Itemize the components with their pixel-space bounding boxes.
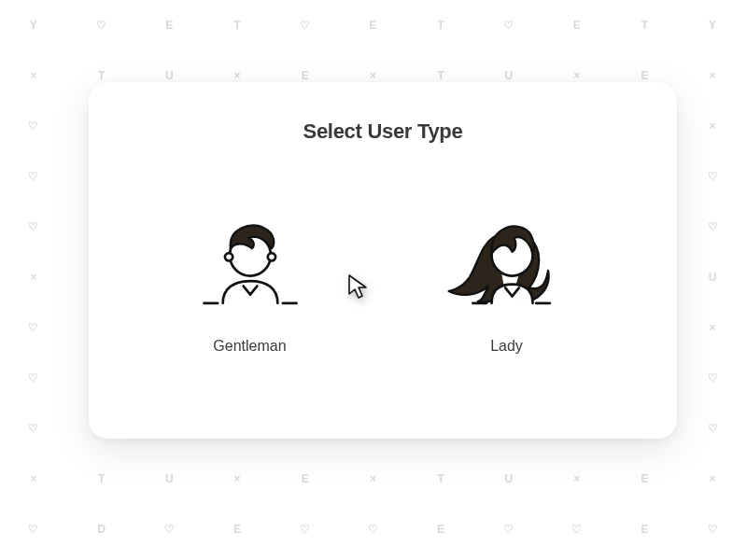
lady-avatar-icon [446,209,568,312]
user-type-options: Gentleman [126,209,640,355]
option-gentleman[interactable]: Gentleman [199,209,302,355]
select-user-type-card: Select User Type [89,82,677,439]
option-lady[interactable]: Lady [446,209,568,355]
svg-point-4 [267,253,275,260]
option-label: Gentleman [213,338,286,355]
card-title: Select User Type [126,119,640,144]
svg-point-3 [224,253,232,260]
gentleman-avatar-icon [199,209,302,312]
option-label: Lady [490,338,523,355]
